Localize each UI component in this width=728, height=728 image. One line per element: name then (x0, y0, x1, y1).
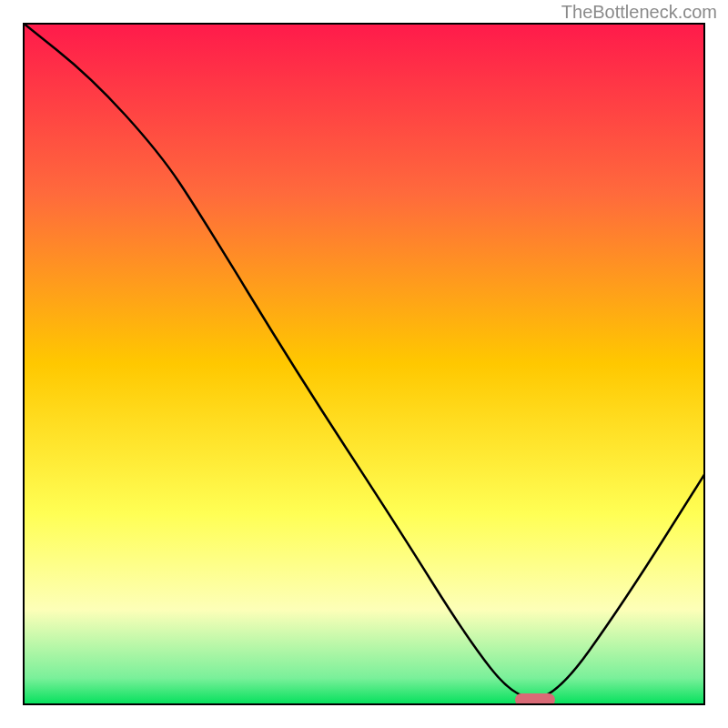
bottleneck-curve (23, 23, 705, 705)
optimal-marker (515, 693, 555, 705)
plot-area (23, 23, 705, 705)
attribution-text: TheBottleneck.com (561, 2, 717, 23)
